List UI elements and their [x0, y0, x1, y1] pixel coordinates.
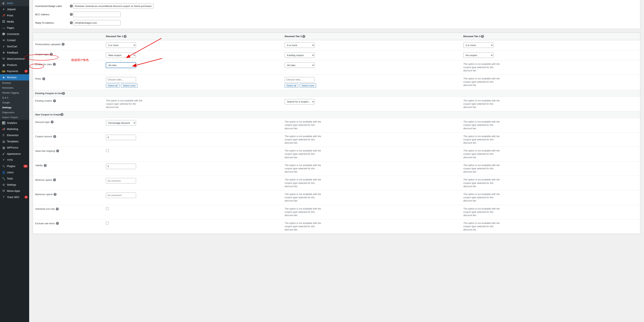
sidebar-item-settings[interactable]: ⚙Settings	[0, 182, 29, 188]
sidebar-item-plugins[interactable]: 🔌Plugins15	[0, 163, 29, 169]
selectnone-t2-button[interactable]: Select none	[300, 84, 316, 88]
sidebar-subitem-reminders[interactable]: Reminders	[0, 85, 29, 90]
sidebar-item-label: WooCommerce	[7, 57, 28, 60]
help-icon[interactable]: ?	[53, 135, 56, 138]
sidebar-icon: ▦	[2, 146, 6, 150]
sidebar-item-pages[interactable]: ▭Pages	[0, 25, 29, 31]
sidebar-item-posts[interactable]: 📌Posts	[0, 12, 29, 18]
sidebar-icon: 🔌	[2, 164, 6, 168]
amount-t1-input[interactable]	[106, 135, 136, 140]
sidebar-item-yoast-seo[interactable]: YYoast SEO2	[0, 194, 29, 200]
disctype-t1-select[interactable]: Percentage discount	[106, 120, 136, 126]
help-icon[interactable]: ?	[70, 4, 73, 7]
sidebar-item-label: Plugins	[7, 165, 22, 168]
roles-t1-input[interactable]: Choose roles...	[106, 77, 136, 82]
help-icon[interactable]: ?	[124, 35, 126, 38]
sidebar-icon: E	[2, 134, 6, 137]
sidebar-icon: ✉	[2, 38, 6, 42]
help-icon[interactable]: ?	[51, 121, 54, 123]
tiers-table: Discount Tier 1 ? Discount Tier 2 ? Disc…	[33, 33, 640, 234]
help-icon[interactable]: ?	[44, 164, 47, 167]
coupontype-t3-select[interactable]: No coupon	[463, 52, 494, 58]
sidebar-badge: 1	[24, 70, 28, 73]
help-icon[interactable]: ?	[50, 53, 53, 56]
help-icon[interactable]: ?	[56, 150, 59, 152]
enableroles-t2-select[interactable]: All roles	[284, 62, 315, 68]
sidebar-item-label: Appearance	[7, 152, 28, 155]
sidebar-icon: Y	[2, 195, 6, 199]
na-text: The option is not available with the cou…	[284, 178, 321, 188]
selectall-t2-button[interactable]: Select all	[284, 84, 298, 88]
photos-t3-select[interactable]: 0 or more	[463, 42, 494, 48]
sidebar-item-feedback[interactable]: ❖Feedback	[0, 49, 29, 56]
selectall-t1-button[interactable]: Select all	[106, 84, 120, 88]
help-icon[interactable]: ?	[70, 21, 73, 24]
badge-label-input[interactable]	[73, 3, 153, 9]
na-text: The option is not available with the cou…	[463, 62, 500, 72]
photos-t2-select[interactable]: 0 or more	[284, 42, 315, 48]
sidebar-item-analytics[interactable]: 📊Analytics	[0, 120, 29, 126]
help-icon[interactable]: ?	[56, 222, 59, 225]
existing-t2-select[interactable]: Search for a coupon...	[284, 99, 315, 105]
sidebar-item-jetpack[interactable]: ✈Jetpack	[0, 6, 29, 12]
help-icon[interactable]: ?	[53, 99, 56, 102]
sidebar-item-elementor[interactable]: EElementor	[0, 132, 29, 138]
sidebar-item-yith[interactable]: YYITH	[0, 157, 29, 163]
coupontype-t2-select[interactable]: Existing coupon	[284, 52, 315, 58]
sidebar-subitem-review-tagging[interactable]: Review Tagging	[0, 90, 29, 95]
sidebar-item-label: Elementor	[7, 134, 28, 137]
sidebar-item-users[interactable]: 👤Users	[0, 169, 29, 175]
bcc-input[interactable]	[73, 12, 120, 17]
sidebar-subitem-settings[interactable]: Settings	[0, 105, 29, 110]
sidebar-item-payments[interactable]: 💳Payments1	[0, 68, 29, 74]
roles-t2-input[interactable]: Choose roles...	[284, 77, 315, 82]
na-text: The option is not available with the cou…	[284, 149, 321, 159]
validity-t1-input[interactable]	[106, 164, 136, 169]
sidebar-item-astra[interactable]: ◐Astra	[0, 0, 29, 6]
help-icon[interactable]: ?	[70, 13, 73, 16]
sidebar-item-comments[interactable]: 💬Comments	[0, 31, 29, 37]
excl-t1-checkbox[interactable]	[106, 221, 109, 224]
sidebar-item-label: Feedback	[7, 51, 28, 54]
help-icon[interactable]: ?	[53, 63, 56, 66]
sidebar-subitem-import--export[interactable]: Import / Export	[0, 115, 29, 120]
sidebar-item-appearance[interactable]: 🖌Appearance	[0, 151, 29, 157]
sidebar-item-label: Jetpack	[7, 8, 28, 11]
help-icon[interactable]: ?	[481, 35, 484, 38]
help-icon[interactable]: ?	[56, 207, 59, 210]
sidebar-item-wpforms[interactable]: ▦WPForms	[0, 145, 29, 151]
help-icon[interactable]: ?	[42, 77, 45, 80]
max-t1-input[interactable]	[106, 193, 136, 198]
sidebar-icon: ◐	[2, 1, 6, 5]
sidebar-subitem-google[interactable]: Google	[0, 100, 29, 105]
sidebar-item-label: Pages	[7, 26, 28, 29]
help-icon[interactable]: ?	[60, 113, 64, 116]
sidebar-item-media[interactable]: 🖼Media	[0, 18, 29, 25]
help-icon[interactable]: ?	[53, 178, 56, 181]
sidebar-item-templates[interactable]: ▤Templates	[0, 138, 29, 145]
min-t1-input[interactable]	[106, 178, 136, 183]
sidebar-item-marketing[interactable]: 📣Marketing	[0, 126, 29, 132]
sidebar-subitem-diagnostics[interactable]: Diagnostics	[0, 110, 29, 115]
sidebar-item-reviews[interactable]: ★Reviews	[0, 74, 29, 80]
freeship-t1-checkbox[interactable]	[106, 149, 109, 152]
sidebar-item-surecart[interactable]: ✔SureCart	[0, 43, 29, 49]
sidebar-item-contact[interactable]: ✉Contact	[0, 37, 29, 43]
help-icon[interactable]: ?	[302, 35, 305, 38]
sidebar-item-meow-apps[interactable]: MMeow Apps	[0, 188, 29, 194]
help-icon[interactable]: ?	[62, 43, 64, 46]
sidebar-subitem-reviews[interactable]: Reviews	[0, 80, 29, 85]
sidebar-item-tools[interactable]: 🔧Tools	[0, 175, 29, 182]
sidebar-icon: M	[2, 189, 6, 193]
sidebar-subitem-q--a[interactable]: Q & A	[0, 95, 29, 100]
indiv-t1-checkbox[interactable]	[106, 207, 109, 210]
help-icon[interactable]: ?	[54, 193, 56, 196]
help-icon[interactable]: ?	[62, 92, 65, 95]
reply-input[interactable]	[73, 20, 120, 25]
sidebar-item-products[interactable]: ▣Products	[0, 62, 29, 68]
sidebar-item-woocommerce[interactable]: WWooCommerce	[0, 56, 29, 62]
sidebar-icon: 📌	[2, 14, 6, 17]
amount-lbl: Coupon amount	[35, 135, 52, 138]
selectnone-t1-button[interactable]: Select none	[121, 84, 138, 88]
na-text: The option is not available with the cou…	[463, 135, 500, 145]
